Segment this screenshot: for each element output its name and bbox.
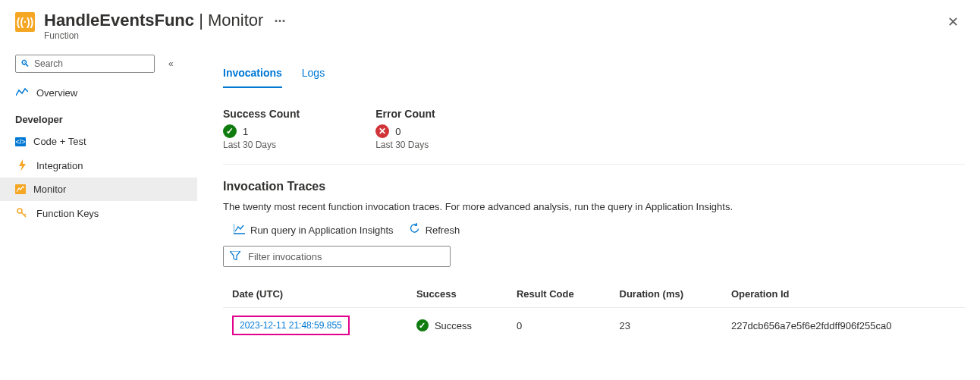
refresh-button[interactable]: Refresh [409,223,460,237]
svg-line-3 [24,214,26,215]
sidebar-item-monitor[interactable]: Monitor [0,177,197,201]
filter-input[interactable]: Filter invocations [223,246,451,267]
invocation-traces-title: Invocation Traces [223,180,965,193]
col-result[interactable]: Result Code [507,281,611,308]
chart-icon [234,224,245,237]
refresh-icon [409,223,420,237]
invocation-date-link[interactable]: 2023-12-11 21:48:59.855 [232,316,350,335]
page-subtitle: Function [44,30,941,41]
svg-marker-4 [230,251,240,260]
collapse-sidebar-icon[interactable]: « [168,58,174,69]
success-count-block: Success Count ✓ 1 Last 30 Days [223,108,300,150]
error-count-block: Error Count ✕ 0 Last 30 Days [375,108,435,150]
sidebar-item-function-keys[interactable]: Function Keys [0,201,197,225]
overview-icon [15,86,29,99]
run-query-button[interactable]: Run query in Application Insights [234,223,394,237]
key-icon [15,207,29,219]
header: ((·)) HandleEventsFunc | Monitor ··· Fun… [0,0,980,49]
svg-marker-0 [19,159,26,171]
success-icon: ✓ [416,319,429,331]
success-cell: ✓ Success [416,319,498,331]
page-title: HandleEventsFunc | Monitor ··· [44,11,941,30]
sidebar-section-developer: Developer [0,105,197,130]
function-app-icon: ((·)) [15,12,35,32]
sidebar: 🔍︎ Search « Overview Developer </> Code … [0,49,197,380]
monitor-icon [15,184,26,194]
sidebar-item-code-test[interactable]: </> Code + Test [0,130,197,153]
tabs: Invocations Logs [223,49,965,88]
search-input[interactable]: 🔍︎ Search [15,55,155,73]
lightning-icon [15,159,29,171]
error-icon: ✕ [375,124,389,138]
success-icon: ✓ [223,124,237,138]
search-icon: 🔍︎ [20,58,30,69]
close-button[interactable]: ✕ [941,11,965,33]
invocations-table: Date (UTC) Success Result Code Duration … [223,281,965,343]
duration-cell: 23 [611,308,722,344]
col-success[interactable]: Success [407,281,507,308]
table-row: 2023-12-11 21:48:59.855 ✓ Success 0 23 2… [223,308,965,344]
col-date[interactable]: Date (UTC) [223,281,407,308]
more-menu-icon[interactable]: ··· [274,14,285,29]
col-opid[interactable]: Operation Id [722,281,965,308]
sidebar-item-overview[interactable]: Overview [0,80,197,105]
tab-logs[interactable]: Logs [302,67,325,88]
tab-invocations[interactable]: Invocations [223,67,282,88]
result-cell: 0 [507,308,611,344]
filter-icon [230,250,240,262]
col-duration[interactable]: Duration (ms) [611,281,722,308]
sidebar-item-integration[interactable]: Integration [0,153,197,177]
opid-cell: 227dcb656a7e5f6e2fddff906f255ca0 [722,308,965,344]
code-icon: </> [15,137,26,146]
invocation-traces-desc: The twenty most recent function invocati… [223,201,965,212]
